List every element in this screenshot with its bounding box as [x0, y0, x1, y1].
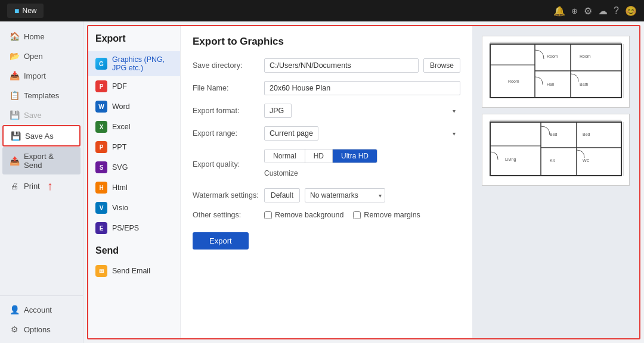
- remove-background-checkbox[interactable]: [264, 211, 272, 219]
- notification-icon[interactable]: 🔔: [553, 5, 565, 17]
- visio-label: Visio: [112, 204, 128, 212]
- sidebar-label-print: Print: [24, 182, 40, 191]
- checkbox-group: Remove background Remove margins: [264, 211, 420, 219]
- content-area: Export G Graphics (PNG, JPG etc.) P PDF …: [83, 21, 644, 343]
- export-type-graphics[interactable]: G Graphics (PNG, JPG etc.): [88, 51, 180, 76]
- cloud-icon[interactable]: ☁: [598, 5, 608, 17]
- quality-normal-button[interactable]: Normal: [265, 149, 305, 163]
- export-type-excel[interactable]: X Excel: [88, 117, 180, 137]
- graphics-icon: G: [95, 58, 107, 70]
- sidebar-bottom: 👤 Account ⚙ Options: [0, 295, 83, 343]
- sidebar-label-account: Account: [24, 305, 52, 314]
- export-type-svg[interactable]: S SVG: [88, 157, 180, 177]
- badge-icon[interactable]: ⊕: [571, 7, 578, 15]
- ppt-label: PPT: [112, 143, 126, 151]
- file-name-label: File Name:: [193, 84, 264, 92]
- export-type-ppt[interactable]: P PPT: [88, 137, 180, 157]
- quality-hd-button[interactable]: HD: [305, 149, 333, 163]
- other-settings-label: Other settings:: [193, 211, 264, 219]
- sidebar-item-home[interactable]: 🏠 Home: [2, 27, 80, 46]
- sidebar-item-options[interactable]: ⚙ Options: [2, 320, 80, 339]
- watermark-control: Default No watermarks Custom watermark: [264, 188, 460, 202]
- sidebar-item-open[interactable]: 📂 Open: [2, 46, 80, 66]
- export-quality-control: Normal HD Ultra HD Customize: [264, 149, 460, 180]
- pdf-icon: P: [95, 80, 107, 92]
- help-icon[interactable]: ?: [614, 5, 619, 16]
- sidebar-nav: 🏠 Home 📂 Open 📥 Import 📋 Templates 💾 Sav…: [0, 21, 83, 295]
- templates-icon: 📋: [10, 91, 19, 100]
- browse-button[interactable]: Browse: [423, 58, 460, 73]
- word-label: Word: [112, 102, 130, 111]
- sidebar-label-templates: Templates: [24, 91, 59, 100]
- svg-rect-12: [490, 122, 621, 176]
- sidebar-item-templates[interactable]: 📋 Templates: [2, 86, 80, 105]
- pseps-icon: E: [95, 222, 107, 234]
- svg-text:Hall: Hall: [547, 82, 555, 86]
- sidebar-label-open: Open: [24, 52, 43, 61]
- remove-background-item[interactable]: Remove background: [264, 211, 343, 219]
- pseps-label: PS/EPS: [112, 224, 139, 232]
- save-as-icon: 💾: [11, 131, 20, 141]
- excel-label: Excel: [112, 123, 131, 131]
- word-icon: W: [95, 101, 107, 113]
- top-bar-left: ■ New: [7, 4, 44, 18]
- export-format-label: Export format:: [193, 107, 264, 115]
- export-range-label: Export range:: [193, 129, 264, 138]
- quality-group: Normal HD Ultra HD: [264, 149, 377, 163]
- remove-margins-checkbox[interactable]: [353, 211, 361, 219]
- export-range-control: Current page All pages: [264, 126, 460, 141]
- export-type-visio[interactable]: V Visio: [88, 198, 180, 218]
- quality-ultra-hd-button[interactable]: Ultra HD: [333, 149, 377, 163]
- floor-plan-svg-2: Living Bed Bed WC Kit: [487, 119, 624, 179]
- sidebar-item-account[interactable]: 👤 Account: [2, 300, 80, 319]
- svg-text:Bed: Bed: [550, 132, 558, 136]
- sidebar-item-save[interactable]: 💾 Save: [2, 105, 80, 124]
- export-panel-title: Export: [88, 33, 180, 51]
- user-icon[interactable]: 😊: [625, 5, 637, 17]
- export-range-wrapper: Current page All pages: [264, 126, 460, 141]
- export-type-pdf[interactable]: P PDF: [88, 76, 180, 96]
- export-type-html[interactable]: H Html: [88, 177, 180, 198]
- export-format-select[interactable]: JPG PNG BMP: [264, 104, 292, 118]
- visio-icon: V: [95, 202, 107, 214]
- export-type-word[interactable]: W Word: [88, 96, 180, 117]
- open-icon: 📂: [10, 51, 19, 61]
- new-icon: ■: [14, 6, 19, 15]
- watermark-preset-button[interactable]: Default: [264, 188, 300, 202]
- export-settings-panel: Export to Graphics Save directory: Brows…: [181, 26, 472, 338]
- export-format-row: Export format: JPG PNG BMP: [193, 104, 460, 118]
- export-quality-label: Export quality:: [193, 160, 264, 169]
- home-icon: 🏠: [10, 32, 19, 41]
- export-button[interactable]: Export: [193, 232, 249, 250]
- top-bar: ■ New 🔔 ⊕ ⚙ ☁ ? 😊: [0, 0, 644, 21]
- export-type-pseps[interactable]: E PS/EPS: [88, 218, 180, 238]
- save-directory-input[interactable]: [264, 58, 419, 73]
- export-quality-row: Export quality: Normal HD Ultra HD Custo…: [193, 149, 460, 180]
- export-range-select[interactable]: Current page All pages: [264, 126, 318, 141]
- export-send-icon: 📤: [10, 156, 19, 166]
- html-icon: H: [95, 182, 107, 194]
- sidebar-item-print[interactable]: 🖨 Print ↑: [2, 175, 80, 197]
- remove-margins-item[interactable]: Remove margins: [353, 211, 420, 219]
- svg-text:WC: WC: [583, 158, 590, 163]
- export-type-email[interactable]: ✉ Send Email: [88, 261, 180, 281]
- grid-icon[interactable]: ⚙: [584, 5, 592, 17]
- sidebar-label-import: Import: [24, 71, 46, 80]
- svg-text:Room: Room: [547, 54, 558, 58]
- sidebar-item-export-send[interactable]: 📤 Export & Send: [2, 147, 80, 174]
- sidebar-item-import[interactable]: 📥 Import: [2, 66, 80, 85]
- new-label: New: [22, 7, 36, 15]
- customize-button[interactable]: Customize: [264, 167, 298, 180]
- file-name-input[interactable]: [264, 81, 460, 95]
- sidebar-item-save-as[interactable]: 💾 Save As: [2, 125, 80, 146]
- remove-background-label: Remove background: [275, 211, 343, 219]
- watermark-select[interactable]: No watermarks Custom watermark: [305, 188, 385, 202]
- html-label: Html: [112, 183, 128, 192]
- export-range-row: Export range: Current page All pages: [193, 126, 460, 141]
- save-directory-row: Save directory: Browse: [193, 58, 460, 73]
- arrow-up-indicator: ↑: [47, 180, 53, 192]
- svg-text:Bed: Bed: [583, 132, 590, 136]
- new-button[interactable]: ■ New: [7, 4, 44, 18]
- print-icon: 🖨: [10, 181, 19, 191]
- sidebar-label-save: Save: [24, 111, 42, 120]
